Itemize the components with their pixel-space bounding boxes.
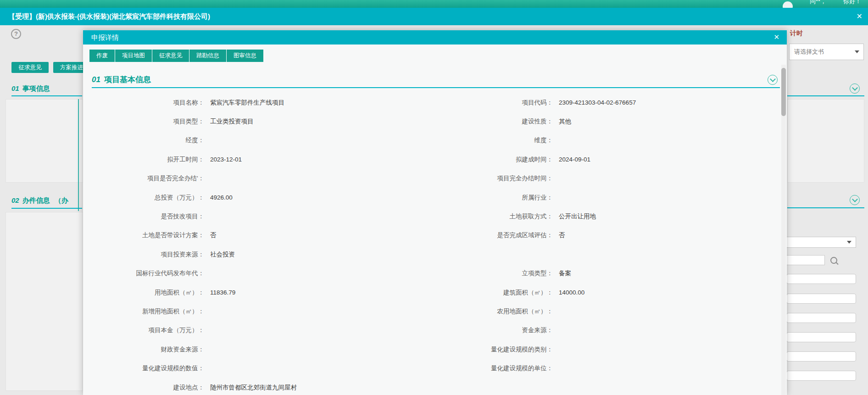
field-label: 是否完成区域评估： — [435, 231, 553, 239]
tab-drawing-review-info[interactable]: 图审信息 — [227, 50, 263, 62]
section-divider — [11, 95, 82, 96]
field-label: 量化建设规模的数值： — [83, 364, 204, 373]
field-label: 项目是否完全办结'： — [83, 174, 204, 183]
field-label: 项目投资来源： — [83, 250, 204, 259]
modal-scrollbar-thumb[interactable] — [781, 68, 786, 116]
user-avatar[interactable] — [783, 1, 793, 8]
field-value: 2309-421303-04-02-676657 — [559, 99, 636, 106]
form-field: 拟开工时间：2023-12-01 — [83, 156, 435, 164]
close-icon[interactable]: ✕ — [857, 12, 862, 21]
section-number: 01 — [11, 84, 19, 92]
search-input[interactable] — [786, 255, 825, 265]
page-title-bar: 【受理】(新)供水报装-(供水报装)(湖北紫宸汽车部件科技有限公司) ✕ — [0, 8, 868, 25]
section-number: 02 — [11, 196, 19, 204]
form-row: 是否技改项目：土地获取方式：公开出让用地 — [83, 207, 780, 226]
form-field: 土地获取方式：公开出让用地 — [435, 212, 780, 221]
modal-title: 申报详情 — [91, 33, 119, 42]
dropdown-arrow-icon — [855, 50, 859, 53]
text-input[interactable] — [786, 351, 856, 362]
chevron-down-icon[interactable] — [850, 83, 860, 94]
form-field: 量化建设规模的单位： — [435, 364, 780, 373]
field-label: 农用地面积（㎡）： — [435, 307, 553, 316]
field-label: 建设地点： — [83, 384, 204, 392]
form-field: 土地是否带设计方案：否 — [83, 231, 435, 239]
field-label: 是否技改项目： — [83, 212, 204, 221]
document-select[interactable]: 请选择文书 — [789, 44, 864, 60]
field-value: 2023-12-01 — [210, 156, 242, 163]
field-value: 否 — [559, 231, 565, 239]
text-input[interactable] — [786, 371, 856, 381]
form-row: 项目名称：紫宸汽车零部件生产线项目项目代码：2309-421303-04-02-… — [83, 93, 780, 112]
field-value: 11836.79 — [210, 289, 235, 296]
form-field: 量化建设规模的数值： — [83, 364, 435, 373]
field-label: 建设性质： — [435, 117, 553, 126]
application-window: 同**， 你好！ 【受理】(新)供水报装-(供水报装)(湖北紫宸汽车部件科技有限… — [0, 0, 868, 395]
section-title-suffix: （办 — [55, 196, 68, 204]
form-row: 用地面积（㎡）：11836.79建筑面积（㎡）：14000.00 — [83, 283, 780, 302]
text-input[interactable] — [786, 313, 856, 323]
dropdown-arrow-icon — [847, 241, 851, 244]
tab-project-map[interactable]: 项目地图 — [115, 50, 152, 62]
chevron-down-icon[interactable] — [850, 195, 860, 205]
section-title: 事项信息 — [22, 84, 50, 92]
field-value: 备案 — [559, 269, 571, 278]
field-value: 随州市曾都区北郊街道九间屋村 — [210, 384, 297, 392]
field-label: 拟开工时间： — [83, 156, 204, 164]
section-divider — [787, 207, 864, 208]
field-label: 新增用地面积（㎡）： — [83, 307, 204, 316]
tab-invalidate[interactable]: 作废 — [89, 50, 115, 62]
form-field: 项目本金（万元）： — [83, 326, 435, 334]
form-field: 财政资金来源： — [83, 345, 435, 354]
form-field: 立项类型：备案 — [435, 269, 780, 278]
form-field: 经度： — [83, 136, 435, 145]
field-value: 公开出让用地 — [559, 212, 596, 221]
site-header-strip: 同**， 你好！ — [0, 0, 868, 8]
filter-select[interactable] — [786, 237, 856, 248]
close-icon[interactable]: ✕ — [773, 33, 779, 41]
field-value: 其他 — [559, 117, 571, 126]
form-field: 项目投资来源：社会投资 — [83, 250, 435, 259]
chevron-down-icon[interactable] — [768, 75, 778, 85]
text-input[interactable] — [786, 332, 856, 342]
field-label: 项目类型： — [83, 117, 204, 126]
field-label: 所属行业： — [435, 194, 553, 202]
form-field: 建筑面积（㎡）：14000.00 — [435, 289, 780, 297]
form-row: 建设地点：随州市曾都区北郊街道九间屋村 — [83, 378, 780, 395]
form-field: 所属行业： — [435, 194, 780, 202]
form-field: 是否技改项目： — [83, 212, 435, 221]
solicit-opinions-button[interactable]: 征求意见 — [11, 62, 49, 73]
tab-survey-info[interactable]: 踏勘信息 — [189, 50, 227, 62]
form-field: 是否完成区域评估：否 — [435, 231, 780, 239]
field-label: 项目代码： — [435, 99, 553, 107]
field-label: 经度： — [83, 136, 204, 145]
form-row: 财政资金来源：量化建设规模的类别： — [83, 340, 780, 359]
form-field: 项目类型：工业类投资项目 — [83, 117, 435, 126]
section-case-info-heading: 02办件信息（办 — [11, 196, 68, 205]
field-label: 项目名称： — [83, 99, 204, 107]
field-label: 立项类型： — [435, 269, 553, 278]
case-info-panel — [6, 212, 83, 391]
project-form: 项目名称：紫宸汽车零部件生产线项目项目代码：2309-421303-04-02-… — [83, 93, 780, 395]
form-field: 项目名称：紫宸汽车零部件生产线项目 — [83, 99, 435, 107]
text-input[interactable] — [786, 274, 856, 284]
field-label: 总投资（万元）： — [83, 194, 204, 202]
modal-tab-bar: 作废 项目地图 征求意见 踏勘信息 图审信息 — [89, 50, 263, 62]
field-label: 资金来源： — [435, 326, 553, 334]
field-value: 14000.00 — [559, 289, 584, 296]
field-value: 2024-09-01 — [559, 156, 590, 163]
form-row: 经度：维度： — [83, 131, 780, 150]
field-label: 量化建设规模的单位： — [435, 364, 553, 373]
tab-solicit-opinions[interactable]: 征求意见 — [152, 50, 189, 62]
field-label: 土地是否带设计方案： — [83, 231, 204, 239]
field-label: 项目完全办结时间： — [435, 174, 553, 183]
form-row: 拟开工时间：2023-12-01拟建成时间：2024-09-01 — [83, 150, 780, 169]
page-title: 【受理】(新)供水报装-(供水报装)(湖北紫宸汽车部件科技有限公司) — [8, 12, 210, 21]
section-title: 项目基本信息 — [104, 75, 151, 84]
text-input[interactable] — [786, 294, 856, 304]
form-field: 建设地点：随州市曾都区北郊街道九间屋村 — [83, 384, 435, 392]
section-title: 办件信息 — [22, 196, 50, 204]
declaration-detail-modal: 申报详情 ✕ 作废 项目地图 征求意见 踏勘信息 图审信息 01项目基本信息 项… — [83, 30, 787, 395]
search-icon[interactable] — [830, 257, 837, 264]
help-icon[interactable]: ? — [11, 29, 21, 39]
field-value: 4926.00 — [210, 194, 233, 201]
